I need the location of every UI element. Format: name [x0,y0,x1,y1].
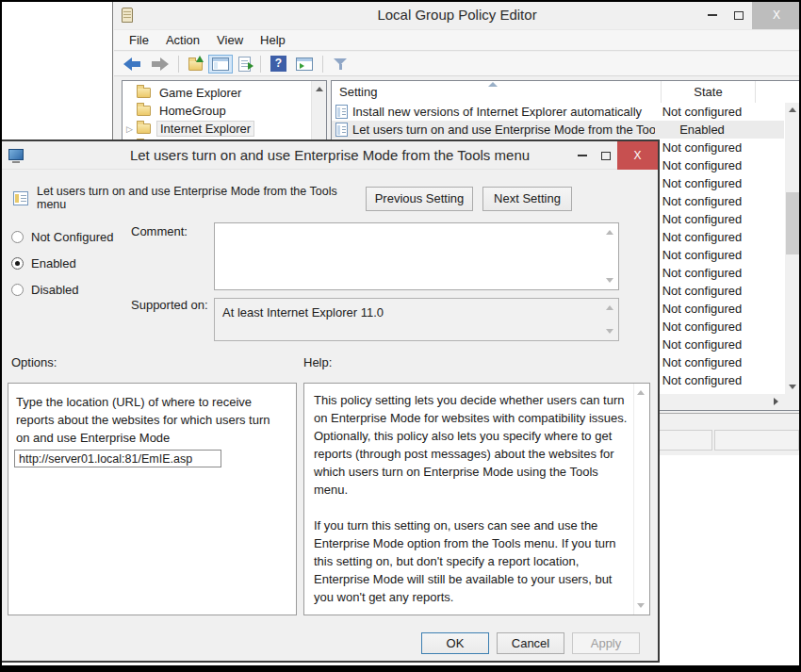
scrollbar-thumb[interactable] [786,192,800,254]
scroll-up-icon[interactable] [606,230,613,235]
screenshot-root: Local Group Policy Editor X File Action … [0,0,801,672]
screenshot-bottom-border [0,665,801,672]
supported-on-field: At least Internet Explorer 11.0 [214,298,619,341]
list-vertical-scrollbar[interactable] [785,103,801,394]
dialog-maximize-button[interactable] [594,141,617,170]
minimize-icon [708,14,717,16]
up-one-level-icon [188,60,203,71]
list-header: Setting State [332,81,801,103]
policy-icon [335,105,348,119]
help-label: Help: [303,355,332,369]
scroll-down-icon [789,385,796,389]
help-paragraph: If you turn this setting on, users can s… [314,516,628,606]
main-window-title: Local Group Policy Editor [113,1,801,29]
status-cell [714,430,799,451]
dialog-titlebar[interactable]: Let users turn on and use Enterprise Mod… [2,141,658,170]
show-console-tree-icon [212,57,229,71]
radio-unchecked-icon [11,284,24,296]
scroll-up-icon [637,390,645,395]
tree-item-internet-explorer[interactable]: ▷ Internet Explorer [123,120,326,138]
main-titlebar[interactable]: Local Group Policy Editor X [113,1,801,29]
help-paragraph: This policy setting lets you decide whet… [314,391,628,499]
scrollbar-corner [785,394,801,410]
scroll-right-icon [774,398,778,405]
filter-icon [333,57,349,71]
policy-icon [335,123,348,137]
show-extended-pane-button[interactable] [292,55,317,74]
help-scrollbar[interactable] [633,384,649,615]
supported-on-label: Supported on: [131,298,208,312]
options-panel: Type the location (URL) of where to rece… [8,383,297,615]
toolbar-separator [322,56,323,73]
main-caption-buttons: X [699,1,801,29]
radio-enabled[interactable]: Enabled [11,254,113,271]
minimize-button[interactable] [699,1,726,29]
previous-setting-button[interactable]: Previous Setting [366,187,473,211]
expander-icon[interactable]: ▷ [123,124,137,134]
toolbar: ? [114,52,801,76]
tree-item-homegroup[interactable]: HomeGroup [123,102,326,120]
close-icon: X [773,8,780,22]
options-label: Options: [11,355,57,369]
radio-not-configured[interactable]: Not Configured [11,228,113,245]
close-icon: X [633,149,641,162]
menu-view[interactable]: View [208,31,252,49]
next-setting-button[interactable]: Next Setting [482,187,572,211]
maximize-icon [601,152,611,160]
back-button[interactable] [120,55,145,74]
apply-button: Apply [572,632,640,654]
toolbar-separator [260,56,261,73]
show-console-tree-button[interactable] [208,55,233,74]
dialog-minimize-button[interactable] [570,141,594,170]
forward-icon [151,57,169,71]
scroll-down-icon[interactable] [606,278,613,283]
dialog-caption-buttons: X [570,141,658,170]
export-list-button[interactable] [235,54,254,74]
state-radio-group: Not Configured Enabled Disabled [11,228,113,307]
ok-button[interactable]: OK [421,632,489,654]
scroll-up-icon [316,87,323,91]
radio-checked-icon [11,257,24,270]
maximize-button[interactable] [726,1,752,29]
show-extended-pane-icon [296,57,313,71]
menubar: File Action View Help [114,29,801,51]
back-icon [123,57,141,71]
help-button[interactable]: ? [267,53,290,74]
options-description: Type the location (URL) of where to rece… [8,384,296,447]
close-button[interactable]: X [752,1,801,29]
sort-ascending-icon [488,82,498,87]
minimize-icon [578,155,587,156]
cancel-button[interactable]: Cancel [497,632,564,654]
toolbar-separator [178,56,179,73]
maximize-icon [734,11,744,20]
folder-icon [137,88,151,98]
tree-item-game-explorer[interactable]: Game Explorer [123,84,326,102]
filter-button[interactable] [329,54,352,74]
help-icon: ? [270,56,286,72]
supported-on-value: At least Internet Explorer 11.0 [222,305,384,320]
scroll-down-icon[interactable] [606,329,613,334]
table-row[interactable]: Install new versions of Internet Explore… [332,103,784,121]
policy-setting-dialog: Let users turn on and use Enterprise Mod… [0,139,660,663]
help-panel: This policy setting lets you decide whet… [303,383,650,615]
up-one-level-button[interactable] [185,55,206,74]
help-text: This policy setting lets you decide whet… [304,384,633,615]
dialog-close-button[interactable]: X [617,141,658,170]
column-header-state[interactable]: State [662,81,756,103]
radio-disabled[interactable]: Disabled [11,281,113,298]
comment-label: Comment: [131,224,188,238]
radio-unchecked-icon [11,231,24,243]
export-list-icon [238,57,251,72]
scroll-up-icon[interactable] [606,305,613,310]
comment-field[interactable] [214,222,619,290]
folder-icon [137,106,151,116]
table-row-selected[interactable]: Let users turn on and use Enterprise Mod… [332,121,784,139]
forward-button[interactable] [147,55,172,74]
folder-icon [137,123,151,134]
report-url-input[interactable] [14,450,221,467]
dialog-heading: Let users turn on and use Enterprise Mod… [13,185,348,211]
scroll-down-icon [637,603,645,608]
menu-action[interactable]: Action [157,31,208,49]
menu-file[interactable]: File [121,31,157,49]
menu-help[interactable]: Help [252,31,294,49]
